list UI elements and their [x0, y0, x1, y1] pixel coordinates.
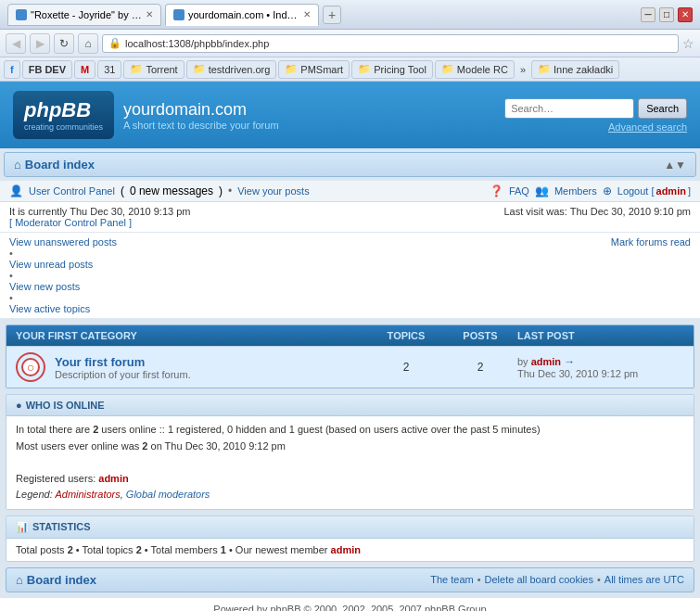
faq-link[interactable]: FAQ	[509, 185, 529, 197]
search-button[interactable]: Search	[638, 98, 687, 119]
home-button[interactable]: ⌂	[78, 33, 98, 54]
who-is-online-body: In total there are 2 users online :: 1 r…	[6, 416, 694, 509]
registered-user-link[interactable]: admin	[98, 473, 128, 484]
view-unread-link[interactable]: View unread posts	[9, 259, 117, 270]
close-button[interactable]: ✕	[678, 7, 693, 22]
bookmark-pricing-tool[interactable]: 📁 Pricing Tool	[351, 60, 433, 79]
folder-icon-2: 📁	[193, 63, 206, 75]
members-icon: 👥	[535, 185, 549, 197]
reload-button[interactable]: ↻	[54, 33, 74, 54]
online-stats-text: In total there are 2 users online :: 1 r…	[16, 422, 684, 439]
music-tab-icon	[16, 9, 27, 20]
phpbb-header: phpBB creating communities yourdomain.co…	[0, 82, 700, 148]
music-tab-close[interactable]: ✕	[146, 9, 153, 19]
view-unanswered-link[interactable]: View unanswered posts	[9, 236, 117, 248]
forum-title-link[interactable]: Your first forum	[55, 355, 369, 369]
new-tab-button[interactable]: +	[323, 6, 341, 24]
folder-icon-3: 📁	[285, 63, 298, 75]
max-users-count: 2	[142, 440, 147, 452]
admin-name-nav: admin	[656, 185, 686, 197]
view-posts-link[interactable]: View your posts	[237, 185, 309, 197]
calendar-icon: 31	[104, 64, 115, 75]
user-control-panel-link[interactable]: User Control Panel	[29, 185, 115, 197]
forum-lastpost: by admin → Thu Dec 30, 2010 9:12 pm	[517, 355, 684, 379]
forum-topics-count: 2	[369, 361, 443, 374]
footer-bar: ⌂ Board index The team • Delete all boar…	[6, 567, 694, 592]
powered-by: Powered by phpBB © 2000, 2002, 2005, 200…	[0, 598, 700, 611]
bookmark-testdriven[interactable]: 📁 testdriven.org	[186, 60, 277, 79]
inne-label: Inne zakładki	[554, 64, 613, 75]
minimize-button[interactable]: ─	[641, 7, 655, 22]
view-links-left: View unanswered posts • View unread post…	[9, 236, 117, 314]
bookmark-star-icon[interactable]: ☆	[682, 36, 694, 51]
bookmark-inne[interactable]: 📁 Inne zakładki	[531, 60, 619, 79]
statistics-header: 📊 STATISTICS	[6, 516, 694, 539]
bookmark-modele-rc[interactable]: 📁 Modele RC	[435, 60, 515, 79]
view-active-link[interactable]: View active topics	[9, 303, 117, 314]
forward-button[interactable]: ▶	[30, 33, 50, 54]
mark-forums-read-link[interactable]: Mark forums read	[611, 236, 691, 314]
current-time: It is currently Thu Dec 30, 2010 9:13 pm…	[9, 206, 190, 228]
search-area: Search Advanced search	[504, 98, 687, 133]
online-icon: ●	[16, 400, 22, 411]
delete-cookies-link[interactable]: Delete all board cookies	[485, 574, 593, 585]
who-is-online-header: ● WHO IS ONLINE	[6, 395, 694, 416]
the-team-link[interactable]: The team	[430, 574, 473, 585]
content-area[interactable]: phpBB creating communities yourdomain.co…	[0, 82, 700, 611]
logout-link[interactable]: Logout [ admin ]	[617, 185, 691, 197]
bookmarks-bar: f FB DEV M 31 📁 Torrent 📁 testdriven.org…	[0, 57, 700, 82]
site-description: A short text to describe your forum	[123, 120, 279, 131]
bookmark-gmail[interactable]: M	[74, 60, 95, 79]
advanced-search-link[interactable]: Advanced search	[608, 121, 687, 133]
forum-tab-close[interactable]: ✕	[303, 9, 311, 19]
forum-icon-inner: ○	[21, 358, 40, 376]
footer-board-index-link[interactable]: Board index	[27, 573, 96, 587]
faq-icon: ❓	[490, 185, 503, 197]
back-button[interactable]: ◀	[6, 33, 26, 54]
forum-posts-count: 2	[443, 361, 517, 374]
bookmark-31[interactable]: 31	[97, 60, 121, 79]
bookmark-pmsmart[interactable]: 📁 PMSmart	[278, 60, 350, 79]
pricing-tool-label: Pricing Tool	[374, 64, 426, 75]
lastpost-view-icon[interactable]: →	[564, 355, 575, 368]
board-index-bar: ⌂ Board index ▲▼	[4, 152, 696, 177]
search-row: Search	[504, 98, 687, 119]
maximize-button[interactable]: □	[659, 7, 674, 22]
forum-description: Description of your first forum.	[55, 369, 369, 380]
board-index-label[interactable]: Board index	[25, 158, 95, 172]
lastpost-time: Thu Dec 30, 2010 9:12 pm	[517, 368, 638, 379]
user-icon: 👤	[9, 185, 23, 197]
address-bar[interactable]: 🔒 localhost:1308/phpbb/index.php	[102, 34, 679, 53]
bookmark-fb[interactable]: f	[4, 60, 20, 79]
newest-member-link[interactable]: admin	[331, 544, 361, 555]
forum-tab-label: yourdomain.com • Index p...	[188, 9, 299, 20]
category-header: YOUR FIRST CATEGORY TOPICS POSTS LAST PO…	[6, 325, 694, 346]
footer-board-index: ⌂ Board index	[16, 573, 96, 587]
lastpost-author[interactable]: admin	[531, 356, 561, 367]
statistics-section: 📊 STATISTICS Total posts 2 • Total topic…	[6, 516, 694, 562]
font-size-controls[interactable]: ▲▼	[664, 159, 686, 172]
tab-forum[interactable]: yourdomain.com • Index p... ✕	[165, 4, 319, 26]
site-info: yourdomain.com A short text to describe …	[123, 100, 279, 131]
nav-bar: ◀ ▶ ↻ ⌂ 🔒 localhost:1308/phpbb/index.php…	[0, 30, 700, 57]
fb-dev-icon: FB DEV	[29, 64, 66, 75]
legend-global-moderators: Global moderators	[126, 489, 210, 500]
tab-music[interactable]: "Roxette - Joyride" by pad... ✕	[7, 4, 161, 26]
search-input[interactable]	[504, 98, 634, 119]
statistics-body: Total posts 2 • Total topics 2 • Total m…	[6, 539, 694, 561]
moderator-control-panel-link[interactable]: [ Moderator Control Panel ]	[9, 217, 132, 228]
more-bookmarks-button[interactable]: »	[516, 62, 529, 77]
bookmark-torrent[interactable]: 📁 Torrent	[123, 60, 184, 79]
forum-info: Your first forum Description of your fir…	[55, 355, 369, 380]
footer-times: All times are UTC	[605, 574, 684, 585]
members-link[interactable]: Members	[554, 185, 597, 197]
view-new-link[interactable]: View new posts	[9, 281, 117, 292]
browser-frame: "Roxette - Joyride" by pad... ✕ yourdoma…	[0, 0, 700, 611]
home-icon: ⌂	[14, 158, 21, 172]
phpbb-logo: phpBB creating communities yourdomain.co…	[13, 91, 279, 139]
posts-header: POSTS	[443, 330, 517, 341]
bookmark-fb-dev[interactable]: FB DEV	[22, 60, 72, 79]
last-visit-text: Last visit was: Thu Dec 30, 2010 9:10 pm	[503, 206, 691, 228]
max-online-text: Most users ever online was 2 on Thu Dec …	[16, 439, 684, 455]
torrent-label: Torrent	[146, 64, 177, 75]
